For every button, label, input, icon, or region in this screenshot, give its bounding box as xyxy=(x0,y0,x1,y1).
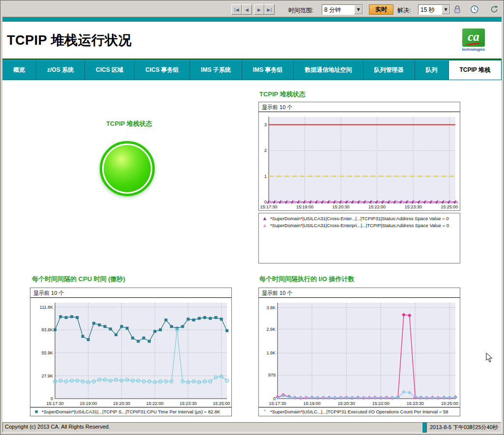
svg-text:0: 0 xyxy=(264,200,267,204)
top-accent-bar xyxy=(2,17,502,22)
nav-next-button[interactable]: ▶ xyxy=(254,4,264,15)
asterisk-marker-icon: * xyxy=(262,409,268,414)
tab-6[interactable]: IMS 事务组 xyxy=(242,60,294,80)
svg-text:15:25:00: 15:25:00 xyxy=(441,401,458,406)
page-header: TCPIP 堆栈运行状况 ca technologies xyxy=(2,22,502,58)
legend-entry: ▲*SuperDomain*|USILCA31|Cross-Enter...|.… xyxy=(262,216,457,221)
top-n-label: 显示前 10 个 xyxy=(30,288,231,298)
legend-label: *SuperDomain*|USILCA31|Cross-Enterpri...… xyxy=(270,223,449,228)
page-title: TCPIP 堆栈运行状况 xyxy=(7,31,132,49)
top-n-label: 显示前 10 个 xyxy=(259,102,460,112)
legend-label: *SuperDomain*|USILCA31|...|TCPIP S...|TC… xyxy=(42,409,220,414)
svg-text:15:19:00: 15:19:00 xyxy=(296,204,313,209)
ca-logo-mark: ca xyxy=(462,29,485,47)
status-light-heading: TCPIP 堆栈状态 xyxy=(2,119,256,128)
tab-10[interactable]: TCPIP 堆栈 xyxy=(449,60,502,80)
status-chart[interactable]: 012315:17:3015:19:0015:20:3015:22:0015:2… xyxy=(259,112,460,210)
svg-text:0: 0 xyxy=(273,396,276,401)
svg-text:15:17:30: 15:17:30 xyxy=(46,401,63,406)
chevron-down-icon[interactable]: ▼ xyxy=(354,5,363,14)
svg-text:15:17:30: 15:17:30 xyxy=(260,204,277,209)
io-chart-legend: **SuperDomain*|USILC...|...|TCPIP31:Exec… xyxy=(259,407,460,416)
svg-text:1.9K: 1.9K xyxy=(266,350,276,355)
svg-text:0: 0 xyxy=(51,396,53,401)
top-n-label: 显示前 10 个 xyxy=(259,288,460,298)
nav-first-button[interactable]: |◀ xyxy=(231,4,242,15)
svg-text:15:20:30: 15:20:30 xyxy=(113,401,130,406)
statusbar-divider xyxy=(422,422,426,433)
svg-text:15:22:00: 15:22:00 xyxy=(146,401,164,406)
tab-5[interactable]: IMS 子系统 xyxy=(190,60,242,80)
nav-last-button[interactable]: ▶| xyxy=(264,4,275,15)
tab-bar: 概览z/OS 系统CICS 区域CICS 事务组IMS 子系统IMS 事务组数据… xyxy=(2,60,502,80)
legend-entry: **SuperDomain*|USILC...|...|TCPIP31:Exec… xyxy=(262,409,457,414)
triangle-marker-icon: ▲ xyxy=(262,216,268,221)
svg-text:27.9K: 27.9K xyxy=(41,374,53,378)
svg-text:2.9K: 2.9K xyxy=(266,327,276,332)
status-bar: Copyright (c) 2013 CA. All Rights Reserv… xyxy=(2,422,502,433)
svg-text:1: 1 xyxy=(264,174,267,179)
svg-text:978: 978 xyxy=(268,373,276,377)
tab-8[interactable]: 队列管理器 xyxy=(364,60,415,80)
svg-text:15:22:00: 15:22:00 xyxy=(368,204,386,209)
legend-label: *SuperDomain*|USILC...|...|TCPIP31:Execu… xyxy=(270,409,448,414)
status-light-lens xyxy=(104,145,151,192)
legend-label: *SuperDomain*|USILCA31|Cross-Enter...|..… xyxy=(270,216,449,221)
resolution-select[interactable]: 15 秒 ▼ xyxy=(418,4,450,15)
live-button[interactable]: 实时 xyxy=(369,4,393,15)
history-clock-icon[interactable] xyxy=(470,5,480,15)
toolbar: |◀ ◀ ▶ ▶| 时间范围: 8 分钟 ▼ 实时 解决: 15 秒 ▼ xyxy=(2,2,502,17)
resolution-label: 解决: xyxy=(397,6,411,15)
svg-text:15:25:00: 15:25:00 xyxy=(213,401,230,406)
tab-7[interactable]: 数据通信地址空间 xyxy=(294,60,363,80)
svg-text:3.8K: 3.8K xyxy=(266,305,276,310)
svg-text:15:23:30: 15:23:30 xyxy=(179,401,196,406)
status-light xyxy=(100,141,155,196)
time-range-label: 时间范围: xyxy=(288,6,313,15)
tab-3[interactable]: CICS 区域 xyxy=(85,60,135,80)
svg-text:15:19:00: 15:19:00 xyxy=(80,401,97,406)
document-area: TCPIP 堆栈运行状况 ca technologies 概览z/OS 系统CI… xyxy=(2,22,502,422)
square-marker-icon: ■ xyxy=(33,409,39,414)
svg-text:15:19:00: 15:19:00 xyxy=(304,401,321,406)
svg-text:15:23:30: 15:23:30 xyxy=(405,204,422,209)
ca-logo-subtext: technologies xyxy=(462,47,485,52)
tab-2[interactable]: z/OS 系统 xyxy=(36,60,85,80)
mouse-cursor xyxy=(486,352,494,363)
svg-text:15:22:00: 15:22:00 xyxy=(372,401,390,406)
svg-text:55.9K: 55.9K xyxy=(41,350,53,355)
cpu-chart-panel: 显示前 10 个 027.9K55.9K83.8K111.8K15:17:301… xyxy=(30,288,232,416)
cpu-chart-legend: ■*SuperDomain*|USILCA31|...|TCPIP S...|T… xyxy=(30,407,231,416)
io-chart-panel: 显示前 10 个 09781.9K2.9K3.8K15:17:3015:19:0… xyxy=(258,288,460,416)
io-chart[interactable]: 09781.9K2.9K3.8K15:17:3015:19:0015:20:30… xyxy=(259,298,460,407)
tab-4[interactable]: CICS 事务组 xyxy=(135,60,190,80)
svg-text:15:20:30: 15:20:30 xyxy=(338,401,355,406)
status-chart-panel: 显示前 10 个 012315:17:3015:19:0015:20:3015:… xyxy=(258,102,460,211)
statusbar-datetime: 2013-8-5 下午03时25分40秒 xyxy=(426,422,502,433)
ca-logo: ca technologies xyxy=(462,29,485,52)
cpu-chart[interactable]: 027.9K55.9K83.8K111.8K15:17:3015:19:0015… xyxy=(30,298,231,407)
dashboard-content: TCPIP 堆栈状态 TCPIP 堆栈状态 显示前 10 个 012315:17… xyxy=(2,80,502,422)
cpu-chart-heading: 每个时间间隔的 CPU 时间 (微秒) xyxy=(32,275,125,284)
tab-9[interactable]: 队列 xyxy=(415,60,449,80)
tab-1[interactable]: 概览 xyxy=(2,60,36,80)
chevron-down-icon[interactable]: ▼ xyxy=(442,5,450,14)
svg-text:15:25:00: 15:25:00 xyxy=(441,204,458,209)
io-chart-heading: 每个时间间隔执行的 I/O 操作计数 xyxy=(259,275,355,284)
svg-text:111.8K: 111.8K xyxy=(40,305,53,310)
time-range-select[interactable]: 8 分钟 ▼ xyxy=(322,4,363,15)
resolution-value: 15 秒 xyxy=(419,5,442,14)
refresh-icon[interactable] xyxy=(490,5,500,15)
application-window: |◀ ◀ ▶ ▶| 时间范围: 8 分钟 ▼ 实时 解决: 15 秒 ▼ xyxy=(0,0,504,435)
legend-entry: ▲*SuperDomain*|USILCA31|Cross-Enterpri..… xyxy=(262,223,457,228)
legend-entry: ■*SuperDomain*|USILCA31|...|TCPIP S...|T… xyxy=(33,409,228,414)
copyright-text: Copyright (c) 2013 CA. All Rights Reserv… xyxy=(2,422,422,433)
nav-previous-button[interactable]: ◀ xyxy=(242,4,252,15)
svg-text:15:17:30: 15:17:30 xyxy=(269,401,286,406)
svg-text:83.8K: 83.8K xyxy=(41,327,53,332)
svg-text:15:20:30: 15:20:30 xyxy=(333,204,350,209)
lock-icon[interactable] xyxy=(453,5,463,15)
status-chart-heading: TCPIP 堆栈状态 xyxy=(259,90,306,99)
status-chart-legend: ▲*SuperDomain*|USILCA31|Cross-Enter...|.… xyxy=(258,213,460,263)
svg-text:3: 3 xyxy=(264,122,267,127)
